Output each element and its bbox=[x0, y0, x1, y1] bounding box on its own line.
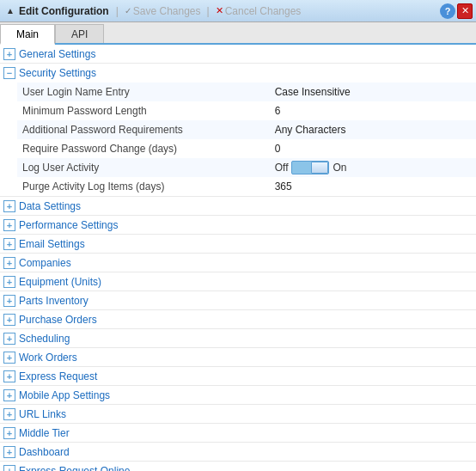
work-orders-label: Work Orders bbox=[19, 352, 77, 364]
section-email-settings[interactable]: + Email Settings bbox=[0, 235, 476, 254]
setting-row-login: User Login Name Entry Case Insensitive bbox=[17, 83, 476, 101]
section-mobile-app-settings[interactable]: + Mobile App Settings bbox=[0, 386, 476, 405]
x-icon: ✕ bbox=[216, 5, 223, 16]
separator-2: | bbox=[207, 5, 210, 17]
expand-express-request[interactable]: + bbox=[3, 370, 15, 382]
expand-performance-settings[interactable]: + bbox=[3, 219, 15, 231]
expand-purchase-orders[interactable]: + bbox=[3, 314, 15, 326]
expand-security-settings[interactable]: − bbox=[3, 67, 15, 79]
tab-api[interactable]: API bbox=[55, 24, 104, 43]
toggle-thumb bbox=[311, 162, 328, 174]
check-icon: ✓ bbox=[125, 6, 131, 15]
setting-value-password-length: 6 bbox=[270, 101, 476, 120]
toggle-container: Off On bbox=[275, 161, 471, 174]
scheduling-label: Scheduling bbox=[19, 333, 70, 345]
purchase-orders-label: Purchase Orders bbox=[19, 314, 97, 326]
toggle-on-label: On bbox=[333, 162, 346, 174]
close-button[interactable]: ✕ bbox=[457, 3, 473, 19]
express-request-label: Express Request bbox=[19, 370, 97, 382]
section-purchase-orders[interactable]: + Purchase Orders bbox=[0, 310, 476, 329]
title-icon: ▲ bbox=[3, 4, 17, 18]
section-performance-settings[interactable]: + Performance Settings bbox=[0, 216, 476, 235]
setting-name-login: User Login Name Entry bbox=[17, 83, 270, 101]
section-companies[interactable]: + Companies bbox=[0, 254, 476, 272]
express-request-online-label: Express Request Online bbox=[19, 465, 130, 472]
url-links-label: URL Links bbox=[19, 408, 66, 420]
title-bar: ▲ Edit Configuration | ✓ Save Changes | … bbox=[0, 0, 476, 22]
section-express-request[interactable]: + Express Request bbox=[0, 367, 476, 386]
expand-dashboard[interactable]: + bbox=[3, 446, 15, 458]
cancel-changes-action[interactable]: ✕ Cancel Changes bbox=[213, 4, 304, 18]
expand-scheduling[interactable]: + bbox=[3, 333, 15, 345]
setting-row-password-req: Additional Password Requirements Any Cha… bbox=[17, 120, 476, 139]
section-general-settings[interactable]: + General Settings bbox=[0, 45, 476, 64]
general-settings-label: General Settings bbox=[19, 48, 95, 60]
setting-name-password-req: Additional Password Requirements bbox=[17, 120, 270, 139]
performance-settings-label: Performance Settings bbox=[19, 219, 118, 231]
tab-bar: Main API bbox=[0, 22, 476, 45]
expand-general-settings[interactable]: + bbox=[3, 48, 15, 60]
toggle-off-label: Off bbox=[275, 162, 289, 174]
middle-tier-label: Middle Tier bbox=[19, 427, 70, 439]
section-parts-inventory[interactable]: + Parts Inventory bbox=[0, 291, 476, 310]
expand-equipment-units[interactable]: + bbox=[3, 276, 15, 288]
setting-value-password-change: 0 bbox=[270, 139, 476, 158]
equipment-units-label: Equipment (Units) bbox=[19, 276, 101, 288]
security-settings-header[interactable]: − Security Settings bbox=[0, 64, 476, 83]
title-text: Edit Configuration bbox=[19, 5, 109, 17]
expand-data-settings[interactable]: + bbox=[3, 200, 15, 212]
setting-value-password-req: Any Characters bbox=[270, 120, 476, 139]
expand-email-settings[interactable]: + bbox=[3, 238, 15, 250]
save-changes-label: Save Changes bbox=[133, 5, 201, 17]
cancel-changes-label: Cancel Changes bbox=[225, 5, 302, 17]
title-bar-right: ? ✕ bbox=[440, 3, 473, 19]
parts-inventory-label: Parts Inventory bbox=[19, 295, 88, 307]
setting-value-login: Case Insensitive bbox=[270, 83, 476, 101]
expand-mobile-app-settings[interactable]: + bbox=[3, 389, 15, 401]
separator-1: | bbox=[116, 5, 119, 17]
setting-row-purge-log: Purge Activity Log Items (days) 365 bbox=[17, 177, 476, 196]
setting-name-purge-log: Purge Activity Log Items (days) bbox=[17, 177, 270, 196]
section-scheduling[interactable]: + Scheduling bbox=[0, 329, 476, 348]
save-changes-action[interactable]: ✓ Save Changes bbox=[122, 4, 204, 18]
help-button[interactable]: ? bbox=[440, 3, 455, 19]
security-settings-label: Security Settings bbox=[19, 67, 96, 79]
setting-row-password-length: Minimum Password Length 6 bbox=[17, 101, 476, 120]
expand-express-request-online[interactable]: + bbox=[3, 465, 15, 472]
expand-middle-tier[interactable]: + bbox=[3, 427, 15, 439]
section-middle-tier[interactable]: + Middle Tier bbox=[0, 424, 476, 443]
section-data-settings[interactable]: + Data Settings bbox=[0, 197, 476, 216]
setting-name-log-activity: Log User Activity bbox=[17, 158, 270, 177]
tab-main[interactable]: Main bbox=[0, 24, 55, 45]
setting-name-password-length: Minimum Password Length bbox=[17, 101, 270, 120]
security-section: − Security Settings User Login Name Entr… bbox=[0, 64, 476, 197]
companies-label: Companies bbox=[19, 257, 71, 269]
mobile-app-settings-label: Mobile App Settings bbox=[19, 389, 110, 401]
email-settings-label: Email Settings bbox=[19, 238, 85, 250]
setting-name-password-change: Require Password Change (days) bbox=[17, 139, 270, 158]
dashboard-label: Dashboard bbox=[19, 446, 70, 458]
expand-parts-inventory[interactable]: + bbox=[3, 295, 15, 307]
section-dashboard[interactable]: + Dashboard bbox=[0, 443, 476, 462]
setting-value-log-activity: Off On bbox=[270, 158, 476, 177]
security-settings-table: User Login Name Entry Case Insensitive M… bbox=[17, 83, 476, 196]
main-content: + General Settings − Security Settings U… bbox=[0, 45, 476, 471]
data-settings-label: Data Settings bbox=[19, 200, 81, 212]
expand-url-links[interactable]: + bbox=[3, 408, 15, 420]
section-work-orders[interactable]: + Work Orders bbox=[0, 348, 476, 367]
setting-row-log-activity: Log User Activity Off On bbox=[17, 158, 476, 177]
expand-work-orders[interactable]: + bbox=[3, 352, 15, 364]
setting-value-purge-log: 365 bbox=[270, 177, 476, 196]
toggle-switch[interactable] bbox=[291, 161, 329, 174]
section-url-links[interactable]: + URL Links bbox=[0, 405, 476, 424]
setting-row-password-change: Require Password Change (days) 0 bbox=[17, 139, 476, 158]
expand-companies[interactable]: + bbox=[3, 257, 15, 269]
section-express-request-online[interactable]: + Express Request Online bbox=[0, 462, 476, 471]
section-equipment-units[interactable]: + Equipment (Units) bbox=[0, 272, 476, 291]
